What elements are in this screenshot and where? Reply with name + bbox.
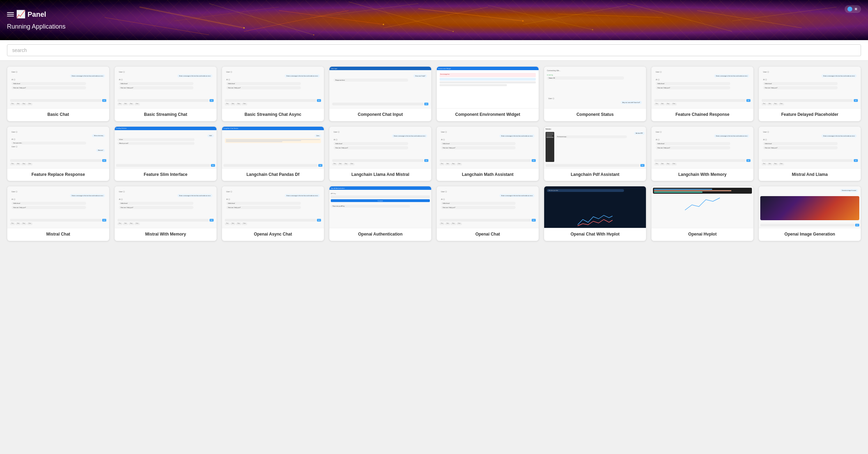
card-label-openai-image-generation: Openai Image Generation bbox=[759, 228, 861, 241]
theme-dot bbox=[847, 7, 852, 12]
card-label-langchain-math-assistant: Langchain Math Assistant bbox=[437, 169, 539, 181]
logo-text: Panel bbox=[28, 10, 46, 18]
svg-point-16 bbox=[243, 27, 245, 29]
card-component-environment-widget[interactable]: Environment Widget Error message here Co… bbox=[436, 66, 539, 121]
cards-container: User ⓘ Enter a message in the text box a… bbox=[0, 61, 868, 247]
search-bar-container bbox=[0, 40, 868, 61]
hamburger-icon[interactable] bbox=[7, 12, 14, 16]
card-langchain-chat-pandas-df[interactable]: Langchain Chat Service Query ▶ bbox=[222, 126, 324, 181]
logo[interactable]: 📈 Panel bbox=[7, 10, 46, 19]
card-langchain-llama-and-mistral[interactable]: User ⓘ Enter a message in the text box a… bbox=[329, 126, 432, 181]
card-label-feature-slim-interface: Feature Slim Interface bbox=[115, 169, 216, 181]
card-basic-streaming-chat[interactable]: User ⓘ Enter a message in the text box a… bbox=[114, 66, 217, 121]
svg-point-18 bbox=[383, 24, 384, 25]
card-label-langchain-llama-and-mistral: Langchain Llama And Mistral bbox=[329, 169, 431, 181]
svg-line-6 bbox=[558, 14, 662, 17]
svg-point-20 bbox=[522, 20, 524, 22]
card-mistral-with-memory[interactable]: User ⓘ Enter a message in the text box a… bbox=[114, 186, 217, 241]
card-label-langchain-with-memory: Langchain With Memory bbox=[652, 169, 753, 181]
card-label-openai-chat-with-hvplot: Openai Chat With Hvplot bbox=[544, 228, 646, 241]
card-langchain-pdf-assistant[interactable]: Solution Ask about PDF The document says… bbox=[544, 126, 646, 181]
theme-toggle[interactable]: ☀ bbox=[845, 5, 861, 13]
wave-icon: 📈 bbox=[16, 10, 25, 19]
card-component-chat-input[interactable]: Chat Input How can I help? Response here… bbox=[329, 66, 432, 121]
svg-line-9 bbox=[244, 10, 349, 31]
theme-sun-icon: ☀ bbox=[854, 6, 858, 12]
header-controls: ☀ bbox=[845, 5, 861, 13]
card-openai-authentication[interactable]: OpenAI Authentication API Key Connect Pl… bbox=[329, 186, 432, 241]
card-label-basic-streaming-chat: Basic Streaming Chat bbox=[115, 109, 216, 121]
header: 📈 Panel Running Applications ☀ bbox=[0, 0, 868, 40]
card-label-openai-async-chat: Openai Async Chat bbox=[222, 228, 324, 241]
svg-line-0 bbox=[139, 7, 244, 28]
svg-line-13 bbox=[523, 5, 627, 24]
card-openai-async-chat[interactable]: User ⓘ Enter a message in the text box a… bbox=[222, 186, 324, 241]
svg-line-14 bbox=[697, 10, 802, 28]
card-label-openai-hvplot: Openai Hvplot bbox=[652, 228, 753, 241]
card-label-mistral-chat: Mistral Chat bbox=[7, 228, 109, 241]
card-label-mistral-and-llama: Mistral And Llama bbox=[759, 169, 861, 181]
svg-line-10 bbox=[314, 3, 418, 17]
svg-line-11 bbox=[383, 7, 488, 28]
svg-line-7 bbox=[627, 3, 732, 31]
card-label-langchain-pdf-assistant: Langchain Pdf Assistant bbox=[544, 169, 646, 181]
svg-line-8 bbox=[174, 7, 279, 21]
card-label-component-chat-input: Component Chat Input bbox=[329, 109, 431, 121]
card-basic-streaming-chat-async[interactable]: User ⓘ Enter a message in the text box a… bbox=[222, 66, 324, 121]
svg-line-3 bbox=[349, 2, 453, 31]
svg-line-1 bbox=[209, 3, 314, 35]
card-openai-image-generation[interactable]: Generate an image of a sunset ▶ Openai I… bbox=[759, 186, 861, 241]
svg-point-21 bbox=[592, 29, 593, 30]
card-openai-chat-with-hvplot[interactable]: Ask about your data Openai Chat With Hvp… bbox=[544, 186, 646, 241]
card-mistral-and-llama[interactable]: User ⓘ Enter a message in the text box a… bbox=[759, 126, 861, 181]
svg-line-5 bbox=[488, 5, 593, 30]
cards-grid: User ⓘ Enter a message in the text box a… bbox=[7, 66, 861, 241]
card-label-component-environment-widget: Component Environment Widget bbox=[437, 109, 539, 121]
card-feature-delayed-placeholder[interactable]: User ⓘ Enter a message in the text box a… bbox=[759, 66, 861, 121]
svg-point-19 bbox=[453, 31, 454, 32]
card-label-feature-delayed-placeholder: Feature Delayed Placeholder bbox=[759, 109, 861, 121]
svg-line-12 bbox=[105, 17, 209, 35]
card-label-feature-replace-response: Feature Replace Response bbox=[7, 169, 109, 181]
card-label-component-status: Component Status bbox=[544, 109, 646, 121]
card-feature-chained-response[interactable]: User ⓘ Enter a message in the text box a… bbox=[651, 66, 754, 121]
card-label-basic-streaming-chat-async: Basic Streaming Chat Async bbox=[222, 109, 324, 121]
card-openai-chat[interactable]: User ⓘ Enter a message in the text box a… bbox=[436, 186, 539, 241]
card-langchain-math-assistant[interactable]: User ⓘ Enter a message in the text box a… bbox=[436, 126, 539, 181]
card-langchain-with-memory[interactable]: User ⓘ Enter a message in the text box a… bbox=[651, 126, 754, 181]
page-title: Running Applications bbox=[7, 23, 66, 30]
card-basic-chat[interactable]: User ⓘ Enter a message in the text box a… bbox=[7, 66, 109, 121]
search-input[interactable] bbox=[7, 44, 861, 56]
card-feature-slim-interface[interactable]: Feeding Solution Hello! Hi there What do… bbox=[114, 126, 217, 181]
card-openai-hvplot[interactable]: Openai Hvplot bbox=[651, 186, 754, 241]
svg-point-17 bbox=[313, 35, 314, 36]
card-label-mistral-with-memory: Mistral With Memory bbox=[115, 228, 216, 241]
card-mistral-chat[interactable]: User ⓘ Enter a message in the text box a… bbox=[7, 186, 109, 241]
card-label-langchain-chat-pandas-df: Langchain Chat Pandas Df bbox=[222, 169, 324, 181]
card-component-status[interactable]: Connecting Idle... ● running Status OK U… bbox=[544, 66, 646, 121]
svg-line-15 bbox=[732, 7, 837, 21]
card-label-openai-chat: Openai Chat bbox=[437, 228, 539, 241]
svg-line-2 bbox=[279, 10, 383, 24]
card-label-openai-authentication: Openai Authentication bbox=[329, 228, 431, 241]
card-label-feature-chained-response: Feature Chained Response bbox=[652, 109, 753, 121]
card-label-basic-chat: Basic Chat bbox=[7, 109, 109, 121]
card-feature-replace-response[interactable]: User ⓘ Tell me a short story AI ⓘ Once u… bbox=[7, 126, 109, 181]
